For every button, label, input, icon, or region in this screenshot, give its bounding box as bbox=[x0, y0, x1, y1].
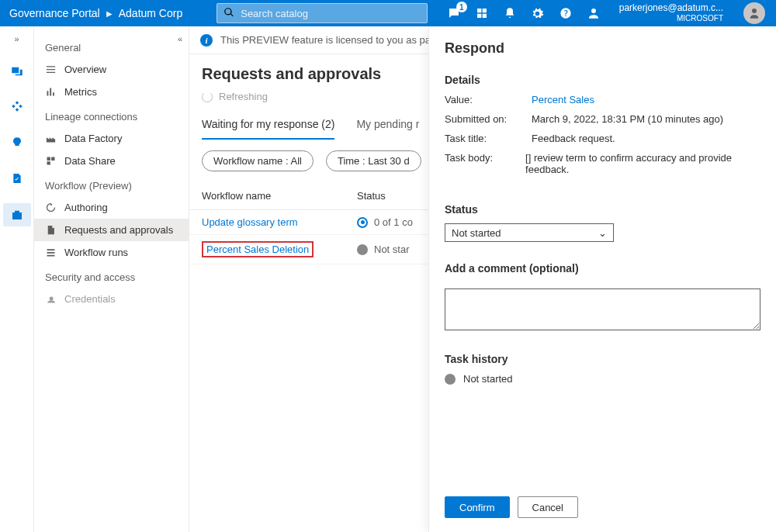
main-content: i This PREVIEW feature is licensed to yo… bbox=[189, 26, 776, 532]
sidebar-item-requests[interactable]: Requests and approvals bbox=[34, 219, 189, 241]
avatar[interactable] bbox=[743, 2, 765, 24]
header-icons: 1 parkerjones@adatum.c... MICROSOFT bbox=[447, 2, 776, 24]
grid-icon[interactable] bbox=[475, 6, 489, 20]
left-rail: » bbox=[0, 26, 34, 532]
sidebar-item-metrics[interactable]: Metrics bbox=[34, 81, 189, 103]
notstarted-icon bbox=[445, 374, 456, 385]
search-box[interactable] bbox=[217, 3, 428, 23]
comment-input[interactable] bbox=[445, 288, 760, 330]
collapse-sidebar-icon[interactable]: « bbox=[178, 34, 182, 43]
row-status: Not star bbox=[357, 244, 410, 255]
expand-rail-icon[interactable]: » bbox=[14, 34, 19, 43]
rail-insights-icon[interactable] bbox=[9, 135, 25, 150]
value-link[interactable]: Percent Sales bbox=[532, 94, 594, 105]
feedback-icon[interactable]: 1 bbox=[447, 6, 461, 20]
respond-panel: Respond Details Value:Percent Sales Subm… bbox=[428, 26, 776, 532]
filter-time[interactable]: Time : Last 30 d bbox=[326, 150, 421, 171]
progress-icon bbox=[357, 217, 368, 228]
sidebar-group-workflow: Workflow (Preview) bbox=[34, 172, 189, 196]
sidebar-group-security: Security and access bbox=[34, 264, 189, 288]
gear-icon[interactable] bbox=[531, 6, 545, 20]
sidebar-group-lineage: Lineage connections bbox=[34, 103, 189, 127]
history-status: Not started bbox=[463, 373, 513, 385]
sidebar-item-workflowruns[interactable]: Workflow runs bbox=[34, 241, 189, 264]
sidebar-item-credentials[interactable]: Credentials bbox=[34, 288, 189, 310]
account-email: parkerjones@adatum.c... bbox=[619, 3, 723, 14]
info-icon: i bbox=[200, 34, 213, 47]
people-icon[interactable] bbox=[587, 6, 601, 20]
label-tasktitle: Task title: bbox=[445, 133, 532, 144]
account-org: MICROSOFT bbox=[677, 14, 723, 23]
rail-policy-icon[interactable] bbox=[9, 171, 25, 186]
sidebar-group-general: General bbox=[34, 34, 189, 58]
help-icon[interactable] bbox=[559, 6, 573, 20]
rail-map-icon[interactable] bbox=[9, 99, 25, 115]
banner-text: This PREVIEW feature is licensed to you … bbox=[220, 34, 456, 46]
sidebar-item-datashare[interactable]: Data Share bbox=[34, 150, 189, 172]
details-heading: Details bbox=[445, 74, 760, 86]
value-tasktitle: Feedback request. bbox=[532, 133, 615, 144]
top-header: Governance Portal ▶ Adatum Corp 1 parker… bbox=[0, 0, 776, 26]
label-value: Value: bbox=[445, 94, 532, 105]
panel-title: Respond bbox=[445, 40, 760, 57]
tab-waiting[interactable]: Waiting for my response (2) bbox=[202, 112, 334, 140]
status-heading: Status bbox=[445, 203, 760, 216]
chevron-right-icon: ▶ bbox=[106, 9, 113, 18]
notstarted-icon bbox=[357, 244, 368, 255]
status-select[interactable]: Not started ⌄ bbox=[445, 223, 614, 242]
row-name[interactable]: Percent Sales Deletion bbox=[202, 241, 357, 257]
sidebar-item-datafactory[interactable]: Data Factory bbox=[34, 127, 189, 150]
col-workflow: Workflow name bbox=[202, 190, 357, 202]
rail-management-icon[interactable] bbox=[3, 203, 31, 226]
value-taskbody: [] review term to confirm accuracy and p… bbox=[525, 152, 760, 175]
notification-badge: 1 bbox=[456, 2, 467, 12]
history-heading: Task history bbox=[445, 353, 760, 365]
comment-heading: Add a comment (optional) bbox=[445, 262, 760, 275]
sidebar-item-authoring[interactable]: Authoring bbox=[34, 196, 189, 219]
tab-pending[interactable]: My pending r bbox=[356, 112, 419, 140]
brand-name: Governance Portal bbox=[9, 7, 100, 19]
search-icon bbox=[223, 7, 234, 20]
panel-footer: Confirm Cancel bbox=[445, 487, 760, 518]
status-value: Not started bbox=[452, 227, 501, 239]
row-name[interactable]: Update glossary term bbox=[202, 216, 357, 228]
brand-crumb[interactable]: Governance Portal ▶ Adatum Corp bbox=[9, 7, 182, 19]
bell-icon[interactable] bbox=[503, 6, 517, 20]
org-name: Adatum Corp bbox=[119, 7, 182, 19]
rail-data-icon[interactable] bbox=[9, 64, 25, 79]
search-input[interactable] bbox=[241, 8, 421, 19]
row-status: 0 of 1 co bbox=[357, 216, 413, 228]
account-block[interactable]: parkerjones@adatum.c... MICROSOFT bbox=[619, 3, 723, 22]
cancel-button[interactable]: Cancel bbox=[518, 496, 578, 518]
spinner-icon bbox=[202, 92, 213, 102]
confirm-button[interactable]: Confirm bbox=[445, 496, 510, 518]
chevron-down-icon: ⌄ bbox=[598, 227, 607, 239]
sidebar-item-overview[interactable]: Overview bbox=[34, 58, 189, 81]
history-item: Not started bbox=[445, 373, 760, 385]
value-submitted: March 9, 2022, 18:31 PM (10 minutes ago) bbox=[532, 113, 723, 125]
sidebar: « General Overview Metrics Lineage conne… bbox=[34, 26, 189, 532]
col-status: Status bbox=[357, 190, 386, 202]
label-submitted: Submitted on: bbox=[445, 113, 532, 125]
filter-workflow[interactable]: Workflow name : All bbox=[202, 150, 314, 171]
label-taskbody: Task body: bbox=[445, 152, 525, 175]
